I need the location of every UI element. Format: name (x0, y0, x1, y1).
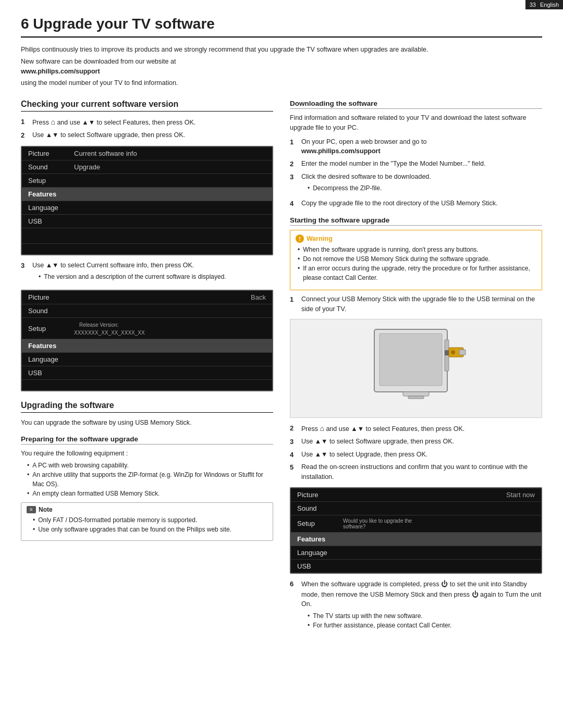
start-step-6: 6 When the software upgrade is completed… (290, 579, 542, 633)
preparing-intro: You require the following equipment : (21, 449, 273, 459)
menu1-row-features: Features (22, 188, 272, 201)
tv-usb-image (290, 319, 542, 418)
preparing-bullet-3: An empty clean formatted USB Memory Stic… (27, 489, 273, 498)
svg-point-6 (451, 350, 455, 354)
usb-illustration (290, 319, 542, 417)
menu1-row-usb: USB (22, 215, 272, 228)
upgrading-intro: You can upgrade the software by using US… (21, 418, 273, 428)
language-label: English (540, 2, 559, 8)
note-bullet-2: Use only software upgrades that can be f… (33, 525, 267, 534)
dl-step3-bullets: Decompress the ZIP-file. (308, 183, 542, 193)
start-step-1: 1 Connect your USB Memory Stick with the… (290, 294, 542, 314)
preparing-bullet-2: An archive utility that supports the ZIP… (27, 470, 273, 489)
downloading-steps: 1 On your PC, open a web browser and go … (290, 137, 542, 209)
left-column: Checking your current software version 1… (21, 100, 273, 636)
intro-paragraph2: New software can be downloaded from our … (21, 57, 542, 77)
checking-steps-2: 3 Use ▲▼ to select Current software info… (21, 261, 273, 285)
right-column: Downloading the software Find informatio… (290, 100, 542, 636)
intro-paragraph3: using the model number of your TV to fin… (21, 78, 542, 88)
page-content: 6 Upgrade your TV software Philips conti… (0, 0, 563, 651)
svg-rect-5 (459, 350, 466, 355)
downloading-intro: Find information and software related to… (290, 113, 542, 133)
menu1-row-sound: Sound Upgrade (22, 161, 272, 174)
dl-step-4: 4 Copy the upgrade file to the root dire… (290, 199, 542, 209)
menu3-row-usb: USB (291, 560, 541, 573)
upgrading-section: Upgrading the software You can upgrade t… (21, 401, 273, 541)
svg-rect-7 (403, 392, 429, 396)
warning-bullet-2: Do not remove the USB Memory Stick durin… (298, 254, 536, 264)
menu3-row-picture: Picture Start now (291, 488, 541, 502)
start-step-3: 3 Use ▲▼ to select Software upgrade, the… (290, 437, 542, 447)
tv-menu-2: Picture Back Sound Setup Release Version… (21, 290, 273, 391)
note-icon: ≡ (27, 506, 36, 513)
menu1-spacer2 (22, 244, 272, 254)
menu2-row-sound: Sound (22, 304, 272, 318)
tv-menu-1: Picture Current software info Sound Upgr… (21, 146, 273, 255)
starting-section: Starting the software upgrade ! Warning … (290, 216, 542, 633)
preparing-bullet-1: A PC with web browsing capability. (27, 461, 273, 470)
start-step-4: 4 Use ▲▼ to select Upgrade, then press O… (290, 450, 542, 460)
step3-bullets: The version and a description of the cur… (39, 272, 273, 281)
menu2-spacer (22, 380, 272, 390)
menu3-row-features: Features (291, 533, 541, 546)
menu3-row-setup: Setup Would you like to upgrade thesoftw… (291, 515, 541, 533)
step-3: 3 Use ▲▼ to select Current software info… (21, 261, 273, 285)
warning-box: ! Warning When the software upgrade is r… (290, 230, 542, 290)
starting-steps-3: 6 When the software upgrade is completed… (290, 579, 542, 633)
chapter-title: 6 Upgrade your TV software (21, 16, 542, 38)
step6-bullet-1: The TV starts up with the new software. (308, 611, 542, 621)
dl-step3-bullet: Decompress the ZIP-file. (308, 183, 542, 193)
menu1-row-language: Language (22, 201, 272, 215)
menu2-row-setup: Setup Release Version:XXXXXXX_XX_XX_XXXX… (22, 318, 272, 339)
tv-menu-3: Picture Start now Sound Setup Would you … (290, 487, 542, 574)
step-1: 1 Press ⌂ and use ▲▼ to select Features,… (21, 117, 273, 128)
step6-bullets: The TV starts up with the new software. … (308, 611, 542, 630)
tv-svg (364, 324, 468, 413)
preparing-bullets: A PC with web browsing capability. An ar… (27, 461, 273, 498)
dl-link: www.philips.com/support (301, 147, 381, 155)
upgrading-section-title: Upgrading the software (21, 401, 273, 413)
starting-steps-2: 2 Press ⌂ and use ▲▼ to select Features,… (290, 423, 542, 482)
intro-paragraph1: Philips continuously tries to improve it… (21, 45, 542, 55)
note-bullet-1: Only FAT / DOS-formatted portable memory… (33, 515, 267, 525)
warning-bullet-1: When the software upgrade is running, do… (298, 245, 536, 254)
menu1-spacer (22, 228, 272, 244)
start-step-5: 5 Read the on-screen instructions and co… (290, 462, 542, 482)
starting-title: Starting the software upgrade (290, 216, 542, 226)
preparing-title: Preparing for the software upgrade (21, 435, 273, 445)
menu2-row-language: Language (22, 353, 272, 366)
step-2: 2 Use ▲▼ to select Software upgrade, the… (21, 130, 273, 141)
menu2-row-features: Features (22, 339, 272, 353)
svg-rect-3 (445, 350, 449, 355)
menu2-row-usb: USB (22, 366, 272, 380)
checking-steps: 1 Press ⌂ and use ▲▼ to select Features,… (21, 117, 273, 141)
svg-rect-1 (380, 334, 442, 386)
step6-bullet-2: For further assistance, please contact C… (308, 621, 542, 630)
warning-bullets: When the software upgrade is running, do… (298, 245, 536, 282)
dl-step-2: 2 Enter the model number in the "Type th… (290, 159, 542, 169)
start-step-2: 2 Press ⌂ and use ▲▼ to select Features,… (290, 423, 542, 434)
dl-step-3: 3 Click the desired software to be downl… (290, 172, 542, 196)
page-number: 33 (530, 2, 536, 8)
menu2-row-picture: Picture Back (22, 291, 272, 304)
warning-bullet-3: If an error occurs during the upgrade, r… (298, 264, 536, 282)
top-bar: 33 English (525, 0, 563, 9)
dl-step-1: 1 On your PC, open a web browser and go … (290, 137, 542, 157)
warning-icon: ! (296, 235, 304, 243)
downloading-title: Downloading the software (290, 100, 542, 109)
menu3-row-sound: Sound (291, 502, 541, 515)
starting-steps: 1 Connect your USB Memory Stick with the… (290, 294, 542, 314)
menu1-row-setup: Setup (22, 174, 272, 188)
menu3-row-language: Language (291, 546, 541, 560)
two-col-layout: Checking your current software version 1… (21, 100, 542, 636)
intro-link: www.philips.com/support (21, 68, 100, 75)
step3-bullet1: The version and a description of the cur… (39, 272, 273, 281)
note-bullets: Only FAT / DOS-formatted portable memory… (33, 515, 267, 534)
menu1-row-picture: Picture Current software info (22, 147, 272, 161)
checking-section-title: Checking your current software version (21, 100, 273, 112)
note-box: ≡ Note Only FAT / DOS-formatted portable… (21, 502, 273, 541)
svg-rect-8 (408, 396, 424, 399)
